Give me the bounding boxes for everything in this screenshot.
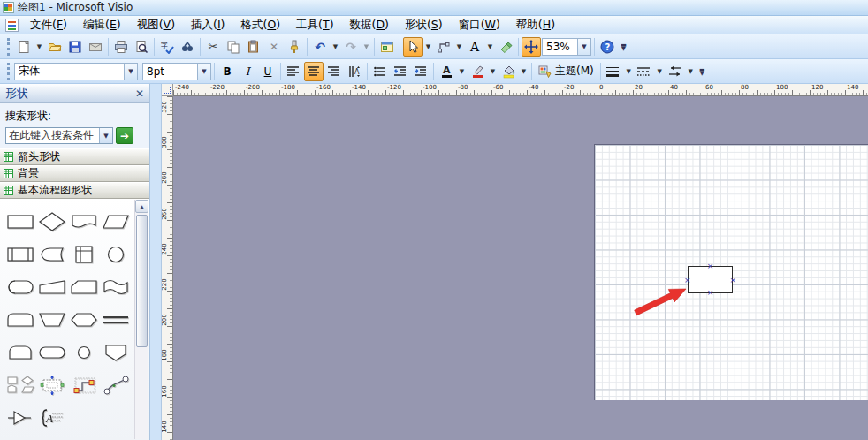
stencil-shape-parallelogram[interactable] [100, 205, 132, 238]
font-combobox[interactable]: 宋体 ▼ [14, 63, 138, 80]
shapes-window-button[interactable] [377, 37, 397, 57]
research-button[interactable] [178, 37, 197, 57]
line-ends-button[interactable] [666, 62, 685, 81]
menu-item-0[interactable]: 文件(F) [22, 16, 75, 34]
theme-button[interactable]: 主题(M) [535, 62, 598, 81]
text-tool-dropdown-icon[interactable]: ▼ [485, 37, 495, 57]
open-button[interactable] [45, 37, 65, 57]
stencil-shape-preparation[interactable] [68, 303, 100, 336]
stencil-shape-manual-operation[interactable] [36, 303, 68, 336]
cut-button[interactable]: ✂ [203, 37, 223, 57]
toolbar-grip[interactable] [7, 63, 10, 80]
italic-button[interactable]: I [238, 62, 257, 81]
stencil-shape-multi-shapes[interactable] [4, 368, 36, 401]
stencil-shape-circle[interactable] [100, 238, 132, 270]
line-weight-dropdown-icon[interactable]: ▼ [624, 62, 634, 81]
stencil-shape-paper-tape[interactable] [100, 270, 132, 303]
font-color-dropdown-icon[interactable]: ▼ [457, 62, 467, 81]
new-document-dropdown-icon[interactable]: ▼ [34, 37, 44, 57]
stencil-section-backgrounds[interactable]: 背景 [0, 165, 149, 182]
paste-button[interactable] [244, 37, 263, 57]
ink-tool-button[interactable] [496, 37, 515, 57]
stencil-shape-direct-data[interactable] [4, 270, 36, 303]
align-left-button[interactable] [284, 62, 303, 81]
bullets-button[interactable] [370, 62, 390, 81]
print-preview-button[interactable] [132, 37, 151, 57]
redo-dropdown-icon[interactable]: ▼ [362, 37, 371, 57]
help-button[interactable]: ? [598, 37, 617, 57]
menu-item-5[interactable]: 工具(T) [288, 16, 341, 34]
stencil-shape-diamond[interactable] [36, 205, 68, 238]
stencil-shape-curve-connector[interactable] [100, 368, 132, 401]
menu-item-8[interactable]: 窗口(W) [451, 16, 508, 34]
fill-color-button[interactable] [499, 62, 518, 81]
menu-item-3[interactable]: 插入(I) [183, 16, 232, 34]
stencil-shape-document[interactable] [68, 205, 100, 238]
undo-dropdown-icon[interactable]: ▼ [331, 37, 340, 57]
stencil-shape-stored-data[interactable] [4, 336, 36, 368]
font-size-dropdown-icon[interactable]: ▼ [197, 64, 210, 80]
stencil-section-basic-flowchart[interactable]: 基本流程图形状 [0, 182, 149, 199]
toolbar-grip[interactable] [7, 38, 10, 56]
stencil-shape-predefined-process[interactable] [4, 238, 36, 270]
menu-item-9[interactable]: 帮助(H) [508, 16, 563, 34]
text-tool-button[interactable]: A [465, 37, 484, 57]
panel-resize-strip[interactable] [150, 84, 162, 440]
font-color-button[interactable]: A [437, 62, 456, 81]
zoom-dropdown-icon[interactable]: ▼ [577, 39, 590, 55]
stencil-shape-terminator[interactable] [36, 336, 68, 368]
spelling-button[interactable]: 字 [157, 37, 177, 57]
stencil-shape-parallel-lines[interactable] [100, 303, 132, 336]
pointer-tool-button[interactable] [403, 37, 423, 57]
delete-button[interactable]: ✕ [264, 37, 284, 57]
underline-button[interactable]: U [258, 62, 278, 81]
line-ends-dropdown-icon[interactable]: ▼ [686, 62, 696, 81]
stencil-shape-on-page-connector[interactable] [68, 336, 100, 368]
font-size-combobox[interactable]: 8pt ▼ [142, 63, 211, 80]
scrollbar-thumb[interactable] [136, 215, 148, 347]
undo-button[interactable]: ↶ [310, 37, 330, 57]
align-right-button[interactable] [324, 62, 344, 81]
stencil-shape-annotation[interactable]: A [36, 401, 68, 434]
decrease-indent-button[interactable] [391, 62, 410, 81]
bold-button[interactable]: B [217, 62, 237, 81]
stencil-shape-delay[interactable] [4, 303, 36, 336]
flowchart-rectangle-shape[interactable]: × × × × [688, 266, 733, 293]
stencil-shape-merge-triangle[interactable] [4, 401, 36, 434]
menu-item-2[interactable]: 视图(V) [129, 16, 183, 34]
line-pattern-button[interactable] [635, 62, 654, 81]
stencil-section-arrow-shapes[interactable]: 箭头形状 [0, 148, 149, 165]
text-direction-button[interactable]: A [345, 62, 364, 81]
stencil-shape-internal-storage[interactable] [68, 238, 100, 270]
search-go-button[interactable]: ➔ [116, 127, 133, 144]
copy-button[interactable] [224, 37, 243, 57]
close-icon[interactable]: ✕ [135, 87, 144, 100]
zoom-combobox[interactable]: 53% ▼ [542, 38, 591, 56]
toolbar-overflow-icon[interactable]: ▬▼ [697, 61, 708, 82]
shape-search-input[interactable] [6, 128, 99, 143]
toolbar-overflow-icon[interactable]: ▬▼ [618, 36, 629, 57]
align-center-button[interactable] [304, 62, 324, 81]
connector-tool-button[interactable] [434, 37, 453, 57]
stencil-shape-display[interactable] [36, 238, 68, 270]
save-button[interactable] [65, 37, 85, 57]
menu-item-7[interactable]: 形状(S) [397, 16, 451, 34]
stencil-scrollbar[interactable]: ▲ [134, 200, 148, 439]
line-pattern-dropdown-icon[interactable]: ▼ [655, 62, 665, 81]
increase-indent-button[interactable] [411, 62, 430, 81]
stencil-shape-dynamic-connector[interactable] [68, 368, 100, 401]
search-dropdown-icon[interactable]: ▼ [99, 128, 112, 143]
redo-button[interactable]: ↷ [341, 37, 361, 57]
menu-item-1[interactable]: 编辑(E) [75, 16, 129, 34]
mail-button[interactable] [86, 37, 105, 57]
stencil-shape-off-page-connector[interactable] [100, 336, 132, 368]
pan-zoom-button[interactable] [522, 37, 541, 57]
pointer-tool-dropdown-icon[interactable]: ▼ [423, 37, 433, 57]
fill-color-dropdown-icon[interactable]: ▼ [519, 62, 529, 81]
format-painter-button[interactable] [285, 37, 304, 57]
line-color-dropdown-icon[interactable]: ▼ [488, 62, 498, 81]
stencil-shape-card[interactable] [68, 270, 100, 303]
line-color-button[interactable] [468, 62, 487, 81]
connector-tool-dropdown-icon[interactable]: ▼ [454, 37, 464, 57]
drawing-canvas[interactable]: × × × × [173, 96, 868, 440]
